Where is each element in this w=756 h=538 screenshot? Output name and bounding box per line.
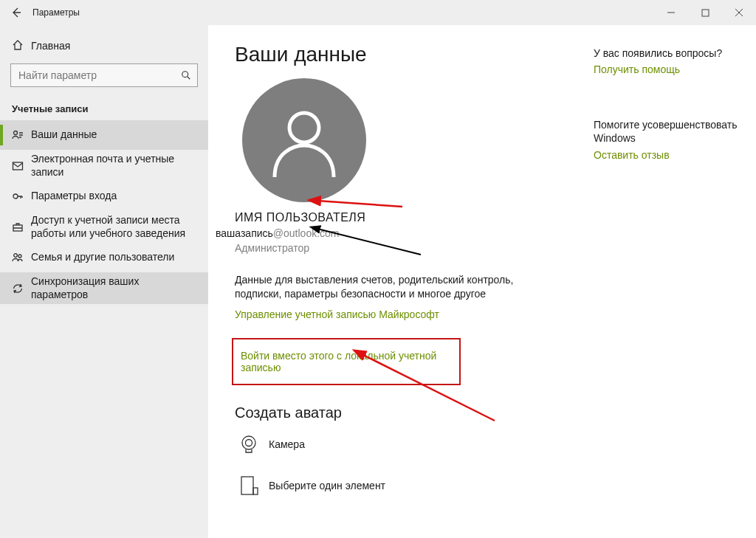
briefcase-icon <box>12 221 31 233</box>
sidebar-item-work-access[interactable]: Доступ к учетной записи места работы или… <box>0 211 208 243</box>
browse-icon <box>235 472 263 500</box>
camera-icon <box>235 430 263 458</box>
sidebar-item-label: Синхронизация ваших параметров <box>31 275 196 301</box>
sidebar-item-sync[interactable]: Синхронизация ваших параметров <box>0 272 208 304</box>
avatar-option-browse[interactable]: Выберите один элемент <box>235 472 729 500</box>
sidebar-group-title: Учетные записи <box>0 87 208 120</box>
svg-point-1 <box>182 72 188 77</box>
window-controls <box>654 0 756 25</box>
svg-point-8 <box>289 113 319 142</box>
home-button[interactable]: Главная <box>0 32 208 59</box>
sidebar-item-your-info[interactable]: Ваши данные <box>0 120 208 150</box>
person-badge-icon <box>12 129 31 141</box>
create-avatar-title: Создать аватар <box>235 404 729 421</box>
help-panel: У вас появились вопросы? Получить помощь… <box>594 47 741 161</box>
option-label: Выберите один элемент <box>269 480 385 492</box>
leave-feedback-link[interactable]: Оставить отзыв <box>594 149 670 161</box>
arrow-left-icon <box>10 7 22 18</box>
role-label: Администратор <box>235 242 729 254</box>
get-help-link[interactable]: Получить помощь <box>594 63 680 75</box>
maximize-button[interactable] <box>688 0 722 25</box>
option-label: Камера <box>269 438 305 450</box>
sidebar-item-label: Параметры входа <box>31 190 196 203</box>
help-question: У вас появились вопросы? <box>594 47 741 59</box>
sidebar-item-label: Семья и другие пользователи <box>31 251 196 264</box>
sidebar-item-signin-options[interactable]: Параметры входа <box>0 182 208 211</box>
email-label: вашазапись@outlook.com <box>216 227 729 239</box>
signin-local-link[interactable]: Войти вместо этого с локальной учетной з… <box>241 350 452 373</box>
back-button[interactable] <box>0 0 32 25</box>
people-icon <box>12 252 31 263</box>
svg-point-2 <box>14 131 18 135</box>
feedback-prompt: Помогите усовершенствовать Windows <box>594 118 741 145</box>
sidebar-item-family-users[interactable]: Семья и другие пользователи <box>0 243 208 272</box>
close-icon <box>735 8 743 17</box>
username-label: ИМЯ ПОЛЬЗОВАТЕЛЯ <box>235 211 729 224</box>
key-icon <box>12 190 31 202</box>
svg-point-7 <box>18 255 21 258</box>
sidebar-item-label: Ваши данные <box>31 128 196 142</box>
svg-rect-11 <box>241 477 253 494</box>
sidebar: Главная Учетные записи Ваши данные Элект… <box>0 25 208 538</box>
maximize-icon <box>701 9 709 17</box>
mail-icon <box>12 160 31 172</box>
sidebar-item-email-accounts[interactable]: Электронная почта и учетные записи <box>0 150 208 182</box>
close-button[interactable] <box>722 0 756 25</box>
minimize-icon <box>667 8 676 17</box>
window-title: Параметры <box>32 7 80 18</box>
svg-rect-12 <box>253 488 258 494</box>
svg-rect-3 <box>13 162 23 170</box>
home-label: Главная <box>31 40 70 52</box>
search-icon <box>181 70 191 80</box>
local-signin-highlight: Войти вместо этого с локальной учетной з… <box>232 338 461 385</box>
svg-point-10 <box>246 439 252 446</box>
email-user: вашазапись <box>216 227 273 239</box>
minimize-button[interactable] <box>654 0 688 25</box>
sidebar-item-label: Доступ к учетной записи места работы или… <box>31 214 196 240</box>
svg-point-9 <box>242 436 255 449</box>
svg-point-4 <box>13 194 18 199</box>
search-field[interactable] <box>17 69 181 82</box>
home-icon <box>12 39 31 53</box>
svg-point-6 <box>14 254 18 258</box>
window-body: Главная Учетные записи Ваши данные Элект… <box>0 25 756 538</box>
person-icon <box>264 100 345 181</box>
avatar <box>242 78 366 202</box>
account-description: Данные для выставления счетов, родительс… <box>235 273 530 301</box>
main-content: Ваши данные ИМЯ ПОЛЬЗОВАТЕЛЯ вашазапись@… <box>208 25 756 538</box>
titlebar: Параметры <box>0 0 756 25</box>
svg-rect-0 <box>702 10 709 16</box>
avatar-option-camera[interactable]: Камера <box>235 430 729 458</box>
search-input[interactable] <box>10 63 198 87</box>
sidebar-item-label: Электронная почта и учетные записи <box>31 153 196 179</box>
manage-account-link[interactable]: Управление учетной записью Майкрософт <box>235 308 439 320</box>
sync-icon <box>12 283 31 294</box>
email-suffix: @outlook.com <box>273 227 340 239</box>
